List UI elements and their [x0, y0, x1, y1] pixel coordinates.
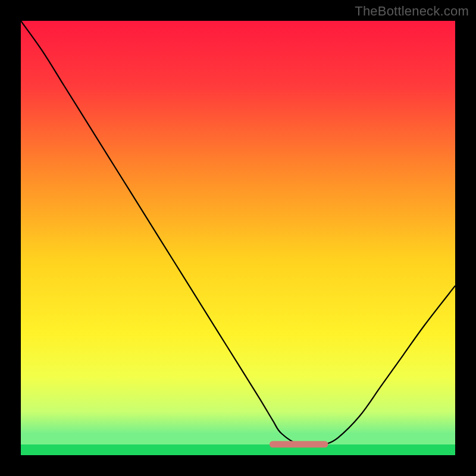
- plot-area: [21, 21, 455, 455]
- attribution-watermark: TheBottleneck.com: [355, 4, 469, 19]
- chart-frame: TheBottleneck.com: [0, 0, 476, 476]
- curve-layer: [21, 21, 455, 455]
- bottleneck-curve: [21, 21, 455, 445]
